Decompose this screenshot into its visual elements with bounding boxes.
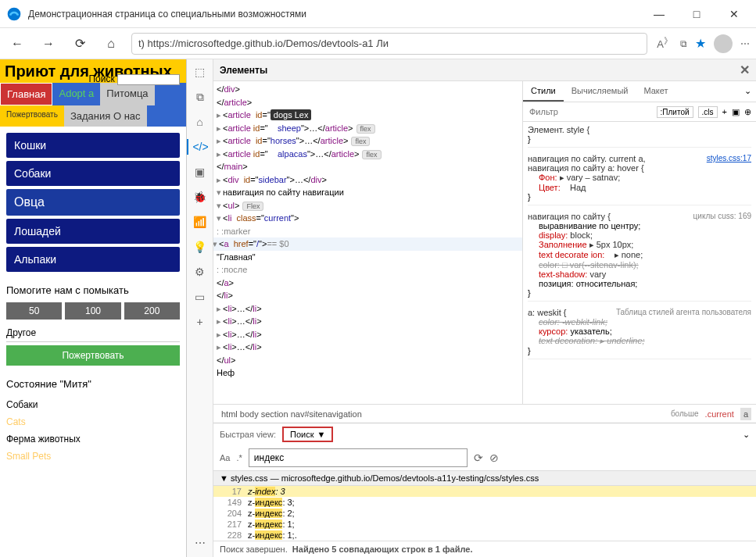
result-file-header[interactable]: ▼ styles.css — microsoftedge.github.io/D… xyxy=(213,470,756,486)
network-icon[interactable]: 📶 xyxy=(192,214,208,230)
home-button[interactable]: ⌂ xyxy=(100,33,122,55)
search-result-line[interactable]: 17z-index: 3 xyxy=(213,486,756,497)
search-clear-icon[interactable]: ⊘ xyxy=(489,452,499,464)
search-result-line[interactable]: 217z-индекс: 1; xyxy=(213,519,756,530)
search-results: ▼ styles.css — microsoftedge.github.io/D… xyxy=(213,470,756,541)
browser-titlebar: Демонстрационная страница со специальным… xyxy=(0,0,756,28)
donate-button[interactable]: Пожертвовать xyxy=(6,345,180,366)
tab-layout[interactable]: Макет xyxy=(636,81,675,102)
collections-icon[interactable]: ⧉ xyxy=(680,38,687,49)
favorite-icon[interactable]: ★ xyxy=(695,36,706,51)
svg-point-0 xyxy=(8,7,21,20)
more-button[interactable]: ⋯ xyxy=(740,38,750,49)
sidebar-horses[interactable]: Лошадей xyxy=(6,219,180,244)
panel-title: Элементы xyxy=(220,65,267,76)
sidebar-sheep[interactable]: Овца xyxy=(6,189,180,216)
nav-adopt[interactable]: Adopt a xyxy=(52,83,100,105)
element-breadcrumbs[interactable]: html body section nav#sitenavigation бол… xyxy=(213,404,756,423)
add-tool-icon[interactable]: + xyxy=(192,314,208,330)
styles-pane: Стили Вычисляемый Макет ⌄ :Плитой .cls +… xyxy=(523,81,756,404)
console-icon[interactable]: ▣ xyxy=(192,164,208,180)
more-tools-icon[interactable]: ⋯ xyxy=(192,535,208,551)
device-icon[interactable]: ⧉ xyxy=(192,89,208,105)
status-farm[interactable]: Ферма животных xyxy=(6,430,180,448)
status-cats[interactable]: Cats xyxy=(6,413,180,430)
close-window-button[interactable]: ✕ xyxy=(725,5,743,23)
window-title: Демонстрационная страница со специальным… xyxy=(28,9,650,20)
address-bar[interactable]: t) https://microsoftedge.github.io/Demos… xyxy=(131,33,647,55)
search-label: Поиск xyxy=(88,73,114,84)
devtools-header: Элементы ✕ xyxy=(213,59,756,81)
edge-icon xyxy=(6,6,22,22)
sidebar-dogs[interactable]: Собаки xyxy=(6,161,180,186)
expand-icon[interactable]: ⌄ xyxy=(740,81,756,102)
devtools-drawer: Быстрая view: Поиск ▼ ⌄ Aa .* ⟳ ⊘ ▼ styl… xyxy=(213,423,756,557)
nav-tasks[interactable]: Задания О нас xyxy=(64,105,147,127)
stylesheet-link[interactable]: styles.css:17 xyxy=(707,154,751,162)
donate-100[interactable]: 100 xyxy=(65,302,120,320)
styles-filter-input[interactable] xyxy=(528,105,652,118)
read-aloud-icon[interactable]: A》 xyxy=(657,36,672,50)
search-result-line[interactable]: 228z-индекс: 1;. xyxy=(213,530,756,541)
search-result-line[interactable]: 149z-индекс: 3; xyxy=(213,497,756,508)
back-button[interactable]: ← xyxy=(6,33,28,55)
webpage-content: Приют для животных Поиск Главная Adopt a… xyxy=(0,59,186,557)
profile-avatar[interactable] xyxy=(714,34,733,53)
hover-chip[interactable]: :Плитой xyxy=(657,106,693,118)
quickview-select[interactable]: Поиск ▼ xyxy=(282,427,333,442)
status-heading: Состояние "Митя" xyxy=(6,378,180,390)
new-rule-icon[interactable]: + xyxy=(722,107,727,116)
elements-tree[interactable]: </div> </article> ▸<article id="dogs Lex… xyxy=(213,81,523,404)
refresh-button[interactable]: ⟳ xyxy=(69,33,91,55)
search-status: Поиск завершен. Найдено 5 совпадающих ст… xyxy=(213,541,756,557)
drawer-search-input[interactable] xyxy=(249,448,468,467)
computed-icon[interactable]: ▣ xyxy=(732,107,740,117)
donate-heading: Помогите нам с помыкать xyxy=(6,284,180,296)
donate-200[interactable]: 200 xyxy=(124,302,180,320)
status-small[interactable]: Small Pets xyxy=(6,448,180,465)
search-result-line[interactable]: 204z-индекс: 2; xyxy=(213,508,756,519)
maximize-button[interactable]: □ xyxy=(687,5,706,23)
performance-icon[interactable]: 💡 xyxy=(192,239,208,255)
search-refresh-icon[interactable]: ⟳ xyxy=(474,452,483,464)
devtools-rail: ⬚ ⧉ ⌂ </> ▣ 🐞 📶 💡 ⚙ ▭ + ⋯ xyxy=(187,59,213,557)
tab-styles[interactable]: Стили xyxy=(523,81,564,102)
nav-main[interactable]: Главная xyxy=(0,83,52,105)
page-search-input[interactable] xyxy=(117,74,180,85)
close-devtools-button[interactable]: ✕ xyxy=(740,62,750,77)
page-nav: Главная Adopt a Питомца Пожертвовать Зад… xyxy=(0,83,186,127)
more-styles-icon[interactable]: ⊕ xyxy=(744,107,751,117)
elements-icon[interactable]: </> xyxy=(187,139,213,155)
application-icon[interactable]: ▭ xyxy=(192,289,208,305)
inspect-icon[interactable]: ⬚ xyxy=(192,64,208,80)
drawer-collapse[interactable]: ⌄ xyxy=(743,430,750,440)
quickview-label: Быстрая view: xyxy=(220,430,276,439)
donate-50[interactable]: 50 xyxy=(6,302,62,320)
sources-icon[interactable]: 🐞 xyxy=(192,189,208,205)
browser-toolbar: ← → ⟳ ⌂ t) https://microsoftedge.github.… xyxy=(0,28,756,59)
forward-button[interactable]: → xyxy=(38,33,59,55)
nav-donate[interactable]: Пожертвовать xyxy=(0,105,64,127)
status-dogs[interactable]: Собаки xyxy=(6,396,180,413)
nav-pet[interactable]: Питомца xyxy=(100,83,154,105)
cls-chip[interactable]: .cls xyxy=(698,106,718,118)
donate-other[interactable]: Другое xyxy=(6,324,180,342)
sidebar-cats[interactable]: Кошки xyxy=(6,133,180,158)
welcome-icon[interactable]: ⌂ xyxy=(192,114,208,130)
tab-computed[interactable]: Вычисляемый xyxy=(564,81,636,102)
sidebar-alpacas[interactable]: Альпаки xyxy=(6,247,180,272)
minimize-button[interactable]: — xyxy=(650,5,668,23)
memory-icon[interactable]: ⚙ xyxy=(192,264,208,280)
devtools-panel: ⬚ ⧉ ⌂ </> ▣ 🐞 📶 💡 ⚙ ▭ + ⋯ Элементы ✕ </d… xyxy=(186,59,756,557)
regex-option[interactable]: .* xyxy=(236,453,242,462)
case-option[interactable]: Aa xyxy=(220,453,230,462)
